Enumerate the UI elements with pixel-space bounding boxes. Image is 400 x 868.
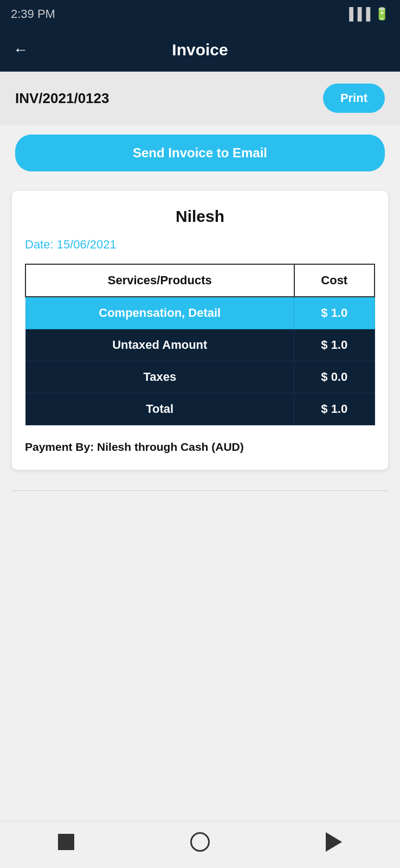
payment-info: Payment By: Nilesh through Cash (AUD) — [25, 441, 375, 454]
status-time: 2:39 PM — [11, 7, 55, 21]
nav-square-button[interactable] — [58, 834, 74, 850]
signal-icon: ▐▐▐ — [345, 7, 370, 21]
nav-home-button[interactable] — [190, 832, 210, 852]
battery-icon: 🔋 — [375, 7, 389, 21]
invoice-id: INV/2021/0123 — [15, 90, 109, 107]
invoice-bar: INV/2021/0123 Print — [0, 72, 400, 125]
untaxed-label: Untaxed Amount — [25, 329, 294, 361]
status-bar: 2:39 PM ▐▐▐ 🔋 — [0, 0, 400, 28]
invoice-date: Date: 15/06/2021 — [25, 238, 375, 252]
col-header-services: Services/Products — [25, 264, 294, 297]
product-cost: $ 1.0 — [294, 297, 375, 329]
status-icons: ▐▐▐ 🔋 — [345, 7, 389, 21]
col-header-cost: Cost — [294, 264, 375, 297]
product-name: Compensation, Detail — [25, 297, 294, 329]
nav-back-button[interactable] — [326, 832, 342, 852]
invoice-table: Services/Products Cost Compensation, Det… — [25, 264, 375, 425]
customer-name: Nilesh — [25, 207, 375, 226]
bottom-nav — [0, 821, 400, 868]
total-value: $ 1.0 — [294, 393, 375, 425]
taxes-label: Taxes — [25, 361, 294, 393]
taxes-value: $ 0.0 — [294, 361, 375, 393]
print-button[interactable]: Print — [323, 84, 385, 113]
total-row: Total $ 1.0 — [25, 393, 375, 425]
invoice-card: Nilesh Date: 15/06/2021 Services/Product… — [12, 191, 388, 470]
divider — [12, 490, 388, 491]
product-row: Compensation, Detail $ 1.0 — [25, 297, 375, 329]
spacer — [0, 502, 400, 821]
untaxed-amount-row: Untaxed Amount $ 1.0 — [25, 329, 375, 361]
untaxed-value: $ 1.0 — [294, 329, 375, 361]
back-button[interactable]: ← — [13, 41, 28, 59]
header-title: Invoice — [172, 41, 228, 59]
send-email-button[interactable]: Send Invoice to Email — [15, 135, 385, 171]
taxes-row: Taxes $ 0.0 — [25, 361, 375, 393]
total-label: Total — [25, 393, 294, 425]
send-email-section: Send Invoice to Email — [0, 125, 400, 181]
header: ← Invoice — [0, 28, 400, 72]
